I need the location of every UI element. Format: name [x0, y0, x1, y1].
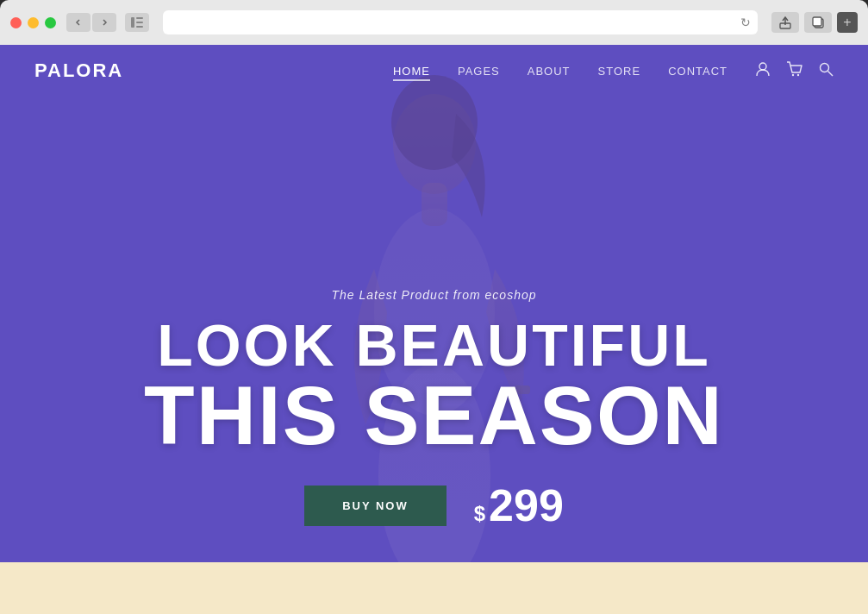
share-button[interactable] [771, 12, 799, 33]
add-tab-button[interactable]: + [837, 12, 858, 33]
hero-subtitle: The Latest Product from ecoshop [34, 288, 834, 302]
nav-item-store[interactable]: STORE [598, 63, 641, 78]
hero-cta: BUY NOW $ 299 [34, 483, 834, 528]
website: PALORA HOME PAGES ABOUT STORE CONTACT [0, 45, 868, 614]
nav-item-pages[interactable]: PAGES [458, 63, 500, 78]
traffic-light-yellow[interactable] [28, 17, 39, 28]
traffic-lights [10, 17, 56, 28]
svg-point-17 [821, 63, 829, 72]
svg-rect-0 [131, 17, 134, 28]
svg-point-15 [792, 73, 794, 75]
forward-button[interactable] [92, 13, 116, 32]
price-value: 299 [489, 483, 564, 528]
svg-point-16 [797, 73, 799, 75]
price-container: $ 299 [474, 483, 564, 528]
navbar: PALORA HOME PAGES ABOUT STORE CONTACT [0, 45, 868, 97]
duplicate-button[interactable] [804, 12, 832, 33]
svg-point-14 [759, 63, 766, 70]
nav-item-home[interactable]: HOME [393, 63, 430, 78]
logo: PALORA [34, 60, 123, 82]
price-symbol: $ [474, 502, 485, 526]
user-icon[interactable] [755, 61, 771, 81]
nav-item-contact[interactable]: CONTACT [668, 63, 727, 78]
buy-now-button[interactable]: BUY NOW [304, 486, 446, 526]
hero-title-line2: THIS SEASON [34, 374, 834, 457]
nav-icons [755, 61, 834, 81]
nav-item-about[interactable]: ABOUT [528, 63, 571, 78]
back-button[interactable] [66, 13, 91, 32]
svg-line-18 [828, 71, 834, 76]
traffic-light-red[interactable] [10, 17, 22, 28]
reload-icon[interactable]: ↻ [740, 16, 751, 29]
hero-title-line1: LOOK BEAUTIFUL [34, 316, 834, 374]
svg-rect-7 [813, 17, 821, 26]
sidebar-toggle-button[interactable] [125, 13, 149, 32]
bottom-peek-section [0, 562, 868, 614]
nav-buttons [66, 13, 116, 32]
svg-rect-1 [136, 17, 143, 19]
svg-rect-3 [136, 26, 143, 28]
browser-actions: + [771, 12, 858, 33]
search-icon[interactable] [818, 61, 834, 81]
browser-chrome: ↻ + [0, 0, 868, 45]
nav-menu: HOME PAGES ABOUT STORE CONTACT [393, 63, 727, 78]
traffic-light-green[interactable] [45, 17, 56, 28]
address-bar[interactable]: ↻ [163, 10, 758, 34]
svg-rect-2 [136, 22, 143, 23]
hero-section: PALORA HOME PAGES ABOUT STORE CONTACT [0, 45, 868, 614]
hero-content: The Latest Product from ecoshop LOOK BEA… [0, 288, 868, 528]
cart-icon[interactable] [786, 61, 802, 81]
